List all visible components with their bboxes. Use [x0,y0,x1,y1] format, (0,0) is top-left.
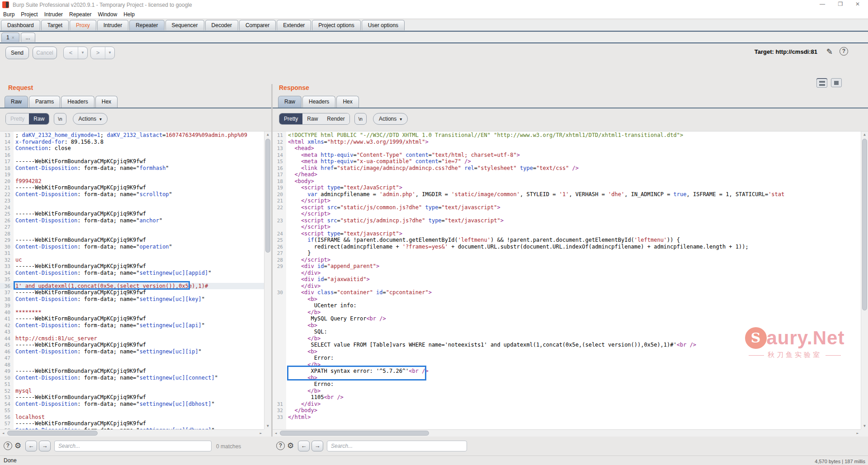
response-view-raw-button[interactable]: Raw [302,113,322,125]
tab-comparer[interactable]: Comparer [239,20,276,30]
request-tab-headers[interactable]: Headers [61,96,94,108]
menu-item-intruder[interactable]: Intruder [41,10,66,19]
scroll-down-icon[interactable]: ▼ [861,423,868,429]
tab-target[interactable]: Target [41,20,69,30]
menu-item-project[interactable]: Project [18,10,41,19]
tab-user-options[interactable]: User options [362,20,405,30]
request-tab-params[interactable]: Params [29,96,60,108]
request-horizontal-scrollbar[interactable]: ◄ ► [0,429,264,437]
edit-target-pencil-icon[interactable]: ✎ [826,47,833,56]
scroll-right-icon[interactable]: ► [258,430,264,437]
prev-match-button[interactable]: ← [25,441,37,451]
line-number: 47 [0,355,14,362]
tab-project-options[interactable]: Project options [312,20,360,30]
code-line: 44http://cmsdi:81/uc_server [0,335,264,342]
layout-rows-icon[interactable] [816,79,827,88]
layout-single-icon[interactable] [831,78,842,87]
scrollbar-thumb[interactable] [265,139,270,253]
request-editor[interactable]: 13; daKV_2132_home_diymode=1; daKV_2132_… [0,131,271,437]
request-vertical-scrollbar[interactable]: ▲ ▼ [264,132,271,429]
scroll-right-icon[interactable]: ► [854,430,861,437]
prev-match-button[interactable]: ← [298,441,310,451]
scrollbar-thumb[interactable] [862,139,867,310]
next-match-button[interactable]: → [39,441,51,451]
line-number: 19 [273,185,286,192]
request-view-pretty-button[interactable]: Pretty [6,113,29,125]
response-horizontal-scrollbar[interactable]: ◄ ► [273,429,861,437]
scrollbar-thumb[interactable] [7,431,98,436]
tab-intruder[interactable]: Intruder [97,20,128,30]
response-vertical-scrollbar[interactable]: ▲ ▼ [861,132,868,429]
response-tab-headers[interactable]: Headers [302,96,335,108]
request-format-bar: PrettyRaw\nActions [5,113,108,126]
tab-proxy[interactable]: Proxy [70,20,96,30]
code-line: Error: [273,355,861,362]
search-settings-gear-icon[interactable]: ⚙ [14,441,21,451]
code-line: 21 </script> [273,197,861,204]
tab-decoder[interactable]: Decoder [205,20,238,30]
forward-button[interactable]: > ▼ [90,47,115,59]
search-settings-gear-icon[interactable]: ⚙ [287,441,294,451]
request-view-raw-button[interactable]: Raw [29,113,49,125]
menu-item-help[interactable]: Help [120,10,138,19]
line-number: 52 [0,388,14,395]
back-dropdown-icon[interactable]: ▼ [78,47,87,59]
code-line: 31 [0,250,264,257]
cancel-button[interactable]: Cancel [33,47,57,59]
menu-item-burp[interactable]: Burp [0,10,18,19]
menu-item-window[interactable]: Window [94,10,120,19]
request-tab-hex[interactable]: Hex [95,96,118,108]
scroll-up-icon[interactable]: ▲ [861,132,868,138]
search-help-icon[interactable]: ? [276,442,285,450]
line-number: 28 [0,231,14,238]
code-line: 57------WebKitFormBoundaryaCMpKCpjiq9K9f… [0,420,264,427]
line-number: 23 [0,198,14,205]
scroll-down-icon[interactable]: ▼ [264,423,271,429]
next-match-button[interactable]: → [311,441,323,451]
tab-dashboard[interactable]: Dashboard [1,20,40,30]
newline-toggle-button[interactable]: \n [354,113,367,125]
request-tab-raw[interactable]: Raw [5,96,28,108]
repeater-subtab-...[interactable]: ... [21,33,35,42]
code-line: 43 [0,329,264,335]
code-line: 17 </head> [273,171,861,178]
scroll-left-icon[interactable]: ◄ [273,430,279,437]
scrollbar-thumb[interactable] [280,431,429,436]
tab-extender[interactable]: Extender [277,20,311,30]
repeater-subtab-1[interactable]: 1× [1,33,19,42]
newline-toggle-button[interactable]: \n [54,113,66,125]
code-line: 32 </body> [273,407,861,414]
tab-repeater[interactable]: Repeater [129,20,164,30]
menu-item-repeater[interactable]: Repeater [66,10,94,19]
close-tab-icon[interactable]: × [12,35,14,40]
response-view-pretty-button[interactable]: Pretty [279,113,302,125]
search-help-icon[interactable]: ? [4,442,12,450]
back-button[interactable]: < ▼ [63,47,88,59]
window-title: Burp Suite Professional v2020.9.1 - Temp… [13,2,192,8]
line-number: 42 [0,323,14,329]
request-search-input[interactable] [54,441,212,451]
response-editor[interactable]: 11<!DOCTYPE html PUBLIC "-//W3C//DTD XHT… [273,131,868,437]
response-tab-hex[interactable]: Hex [336,96,359,108]
send-button[interactable]: Send [5,47,29,59]
close-icon[interactable]: ✕ [851,1,864,9]
request-actions-button[interactable]: Actions [73,113,108,125]
code-line: 34Content-Disposition: form-data; name="… [0,270,264,277]
line-number: 39 [0,303,14,310]
code-line: 26 redirect(admincpfilename + '?frames=y… [273,244,861,250]
code-line: 23 [0,197,264,204]
line-number: 29 [273,263,286,270]
response-view-render-button[interactable]: Render [322,113,349,125]
tab-sequencer[interactable]: Sequencer [165,20,204,30]
code-line: 22 <script src="static/js/common.js?dhe"… [273,204,861,211]
maximize-icon[interactable]: ❐ [834,1,847,9]
response-tab-raw[interactable]: Raw [278,96,302,108]
line-number: 27 [273,250,286,257]
scroll-left-icon[interactable]: ◄ [0,430,6,437]
minimize-icon[interactable]: — [816,1,829,9]
forward-dropdown-icon[interactable]: ▼ [105,47,114,59]
response-search-input[interactable] [327,441,467,451]
scroll-up-icon[interactable]: ▲ [264,132,271,138]
response-actions-button[interactable]: Actions [373,113,408,125]
help-icon[interactable]: ? [840,47,848,56]
